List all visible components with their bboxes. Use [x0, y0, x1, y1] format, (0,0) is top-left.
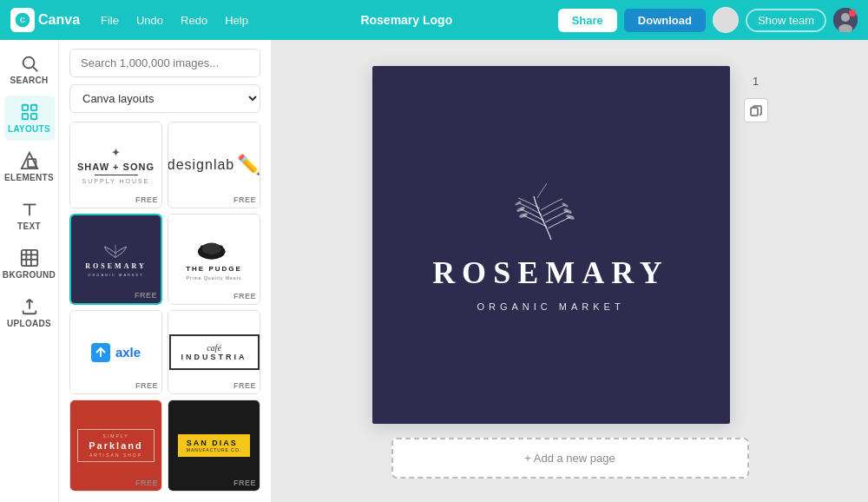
layout-card-rosemary[interactable]: ROSEMARY ORGANIC MARKET FREE	[69, 214, 162, 305]
doc-title[interactable]: Rosemary Logo	[360, 13, 452, 27]
free-badge-sandias: FREE	[233, 479, 256, 487]
layout-preview-sandias: SAN DIAS MANUFACTURE CO.	[168, 400, 260, 491]
svg-point-33	[565, 214, 575, 220]
notification-dot	[849, 10, 856, 17]
canvas-preview[interactable]: ROSEMARY ORGANIC MARKET	[372, 66, 730, 424]
svg-rect-10	[30, 114, 36, 119]
free-badge-axle: FREE	[135, 381, 158, 390]
free-badge-cafe: FREE	[233, 381, 256, 390]
free-badge-designlab: FREE	[233, 195, 256, 204]
canvas-with-controls: ROSEMARY ORGANIC MARKET 1	[372, 66, 768, 424]
download-button[interactable]: Download	[624, 9, 706, 32]
svg-text:C: C	[20, 16, 25, 24]
copy-icon	[750, 104, 762, 116]
menu-undo[interactable]: Undo	[129, 10, 170, 30]
canva-logo[interactable]: C Canva	[10, 8, 80, 32]
sidebar-label-background: BKGROUND	[3, 270, 56, 280]
menu-help[interactable]: Help	[218, 10, 255, 30]
search-input[interactable]	[69, 49, 260, 77]
user-avatar-wrapper	[833, 8, 858, 32]
svg-point-5	[23, 57, 34, 69]
svg-point-28	[220, 245, 222, 248]
sidebar-label-search: SEARCH	[10, 76, 48, 85]
sidebar-item-text[interactable]: TEXT	[4, 193, 55, 238]
layout-card-pudge[interactable]: THE PUDGE Prime Quality Meats FREE	[168, 214, 260, 305]
sidebar-item-elements[interactable]: ELEMENTS	[4, 144, 55, 189]
free-badge-shaw: FREE	[135, 195, 158, 204]
layouts-grid: ✦ SHAW + SONG SUPPLY HOUSE FREE designla…	[59, 122, 271, 502]
show-team-button[interactable]: Show team	[746, 9, 826, 32]
sidebar-label-uploads: UPLOADS	[7, 319, 51, 328]
icon-sidebar: SEARCH LAYOUTS ELEMENTS	[0, 40, 59, 502]
duplicate-page-button[interactable]	[744, 98, 768, 122]
free-badge-rosemary: FREE	[135, 291, 157, 300]
svg-point-35	[561, 201, 568, 208]
free-badge-parkland: FREE	[135, 479, 158, 487]
user-avatar-small	[713, 7, 739, 33]
rosemary-sprig-svg	[499, 179, 603, 244]
svg-point-29	[201, 245, 203, 248]
sidebar-item-layouts[interactable]: LAYOUTS	[4, 96, 55, 141]
sidebar-label-text: TEXT	[17, 221, 41, 231]
background-icon	[20, 248, 39, 268]
svg-point-34	[562, 208, 572, 215]
layouts-icon	[20, 102, 39, 122]
svg-rect-9	[22, 114, 27, 119]
menu-file[interactable]: File	[94, 10, 126, 30]
topbar: C Canva File Undo Redo Help Rosemary Log…	[0, 0, 868, 40]
canva-logo-text: Canva	[38, 12, 80, 28]
svg-rect-15	[21, 250, 36, 266]
layout-card-designlab[interactable]: designlab ✏️ FREE	[168, 122, 260, 208]
svg-point-31	[516, 206, 525, 213]
sidebar-item-background[interactable]: BKGROUND	[4, 241, 55, 287]
search-icon	[20, 54, 39, 73]
layout-card-sandias[interactable]: SAN DIAS MANUFACTURE CO. FREE	[168, 400, 260, 492]
share-button[interactable]: Share	[558, 9, 617, 32]
sidebar-item-search[interactable]: SEARCH	[4, 47, 55, 92]
panel-search	[59, 40, 271, 84]
sidebar-label-elements: ELEMENTS	[4, 173, 54, 182]
free-badge-pudge: FREE	[233, 292, 256, 301]
layout-preview-parkland: SIMPLY Parkland ARTISAN SHOP	[70, 400, 161, 491]
panel-dropdown: Canva layouts My layouts	[69, 84, 260, 113]
menu-redo[interactable]: Redo	[174, 10, 214, 30]
layout-card-shaw-song[interactable]: ✦ SHAW + SONG SUPPLY HOUSE FREE	[69, 122, 162, 208]
canvas-area: ROSEMARY ORGANIC MARKET 1 + Add a new pa…	[272, 40, 868, 502]
page-number: 1	[753, 75, 759, 88]
layout-card-parkland[interactable]: SIMPLY Parkland ARTISAN SHOP FREE	[69, 400, 162, 492]
text-icon	[20, 200, 39, 219]
topbar-right: Share Download Show team	[558, 7, 858, 33]
canvas-subtitle: ORGANIC MARKET	[477, 301, 624, 312]
svg-rect-7	[22, 105, 27, 110]
topbar-menu: File Undo Redo Help	[94, 10, 255, 30]
layout-card-axle[interactable]: axle FREE	[69, 310, 162, 394]
svg-line-6	[33, 67, 37, 71]
layout-preview-pudge: THE PUDGE Prime Quality Meats	[168, 215, 260, 304]
canvas-side-controls: 1	[744, 66, 768, 122]
layouts-dropdown[interactable]: Canva layouts My layouts	[69, 84, 260, 113]
topbar-center: Rosemary Logo	[262, 13, 551, 27]
main-layout: SEARCH LAYOUTS ELEMENTS	[0, 40, 868, 502]
svg-point-32	[514, 200, 521, 206]
panel: Canva layouts My layouts ✦ SHAW + SONG S…	[59, 40, 272, 502]
add-page-button[interactable]: + Add a new page	[391, 438, 749, 479]
canva-logo-icon: C	[10, 8, 35, 32]
elements-icon	[20, 151, 39, 170]
svg-point-27	[201, 243, 220, 254]
layout-preview-rosemary: ROSEMARY ORGANIC MARKET	[71, 215, 161, 303]
svg-point-30	[518, 212, 528, 218]
layout-card-cafe[interactable]: café INDUSTRIA FREE	[168, 310, 260, 394]
sidebar-label-layouts: LAYOUTS	[8, 124, 50, 134]
svg-rect-8	[30, 105, 36, 110]
svg-rect-36	[751, 108, 758, 116]
sidebar-item-uploads[interactable]: UPLOADS	[4, 290, 55, 335]
uploads-icon	[20, 297, 39, 316]
canvas-title: ROSEMARY	[432, 254, 669, 291]
